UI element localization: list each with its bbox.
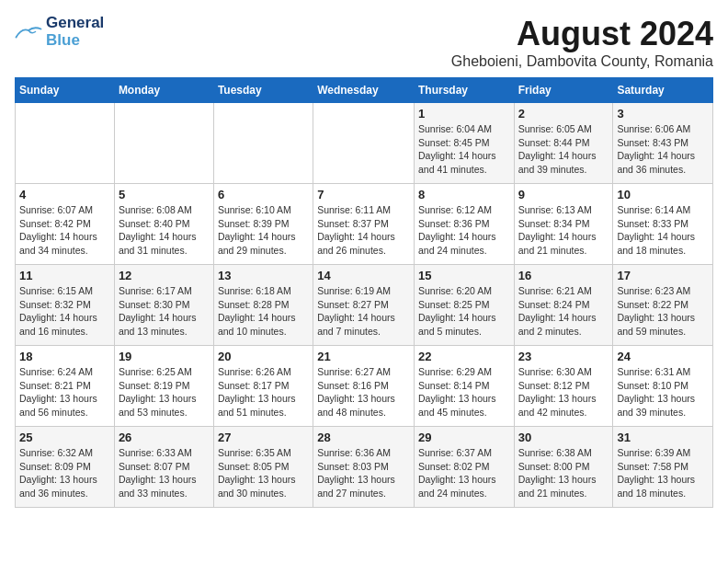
day-number: 10 <box>617 188 709 201</box>
day-number: 30 <box>518 431 609 444</box>
day-info: Sunrise: 6:25 AM Sunset: 8:19 PM Dayligh… <box>119 365 210 419</box>
weekday-header-tuesday: Tuesday <box>213 78 313 103</box>
day-number: 15 <box>418 269 510 282</box>
day-info: Sunrise: 6:30 AM Sunset: 8:12 PM Dayligh… <box>518 365 609 419</box>
calendar-body: 1Sunrise: 6:04 AM Sunset: 8:45 PM Daylig… <box>16 103 713 508</box>
calendar-cell: 25Sunrise: 6:32 AM Sunset: 8:09 PM Dayli… <box>16 427 115 508</box>
calendar-cell: 4Sunrise: 6:07 AM Sunset: 8:42 PM Daylig… <box>16 184 115 265</box>
day-info: Sunrise: 6:32 AM Sunset: 8:09 PM Dayligh… <box>19 446 110 500</box>
calendar-week-4: 18Sunrise: 6:24 AM Sunset: 8:21 PM Dayli… <box>16 346 713 427</box>
day-info: Sunrise: 6:13 AM Sunset: 8:34 PM Dayligh… <box>518 203 609 258</box>
calendar-cell: 13Sunrise: 6:18 AM Sunset: 8:28 PM Dayli… <box>213 265 313 346</box>
calendar-cell: 14Sunrise: 6:19 AM Sunset: 8:27 PM Dayli… <box>313 265 415 346</box>
calendar-week-1: 1Sunrise: 6:04 AM Sunset: 8:45 PM Daylig… <box>16 103 713 184</box>
day-number: 27 <box>218 431 309 444</box>
subtitle: Gheboieni, Dambovita County, Romania <box>451 53 713 70</box>
calendar-cell: 12Sunrise: 6:17 AM Sunset: 8:30 PM Dayli… <box>114 265 213 346</box>
day-number: 7 <box>317 188 410 201</box>
weekday-header-friday: Friday <box>514 78 613 103</box>
calendar-cell: 15Sunrise: 6:20 AM Sunset: 8:25 PM Dayli… <box>414 265 514 346</box>
day-number: 5 <box>119 188 210 201</box>
calendar-week-3: 11Sunrise: 6:15 AM Sunset: 8:32 PM Dayli… <box>16 265 713 346</box>
calendar-cell: 18Sunrise: 6:24 AM Sunset: 8:21 PM Dayli… <box>16 346 115 427</box>
day-number: 23 <box>518 350 609 363</box>
logo: General Blue <box>15 15 104 49</box>
calendar-cell: 30Sunrise: 6:38 AM Sunset: 8:00 PM Dayli… <box>514 427 613 508</box>
day-info: Sunrise: 6:08 AM Sunset: 8:40 PM Dayligh… <box>119 203 210 258</box>
title-area: August 2024 Gheboieni, Dambovita County,… <box>451 15 713 70</box>
calendar-cell: 7Sunrise: 6:11 AM Sunset: 8:37 PM Daylig… <box>313 184 415 265</box>
day-info: Sunrise: 6:23 AM Sunset: 8:22 PM Dayligh… <box>617 284 709 339</box>
day-number: 14 <box>317 269 410 282</box>
day-number: 29 <box>418 431 510 444</box>
calendar-cell <box>213 103 313 184</box>
calendar-cell: 23Sunrise: 6:30 AM Sunset: 8:12 PM Dayli… <box>514 346 613 427</box>
day-number: 11 <box>19 269 110 282</box>
day-info: Sunrise: 6:37 AM Sunset: 8:02 PM Dayligh… <box>418 446 510 500</box>
calendar-cell: 16Sunrise: 6:21 AM Sunset: 8:24 PM Dayli… <box>514 265 613 346</box>
logo-text-blue: Blue <box>46 32 104 50</box>
calendar-cell: 28Sunrise: 6:36 AM Sunset: 8:03 PM Dayli… <box>313 427 415 508</box>
day-info: Sunrise: 6:15 AM Sunset: 8:32 PM Dayligh… <box>19 284 110 339</box>
calendar-cell: 19Sunrise: 6:25 AM Sunset: 8:19 PM Dayli… <box>114 346 213 427</box>
day-number: 3 <box>617 107 709 121</box>
calendar-week-2: 4Sunrise: 6:07 AM Sunset: 8:42 PM Daylig… <box>16 184 713 265</box>
day-info: Sunrise: 6:24 AM Sunset: 8:21 PM Dayligh… <box>19 365 110 419</box>
day-number: 6 <box>218 188 309 201</box>
weekday-header-thursday: Thursday <box>414 78 514 103</box>
day-info: Sunrise: 6:17 AM Sunset: 8:30 PM Dayligh… <box>119 284 210 339</box>
day-number: 17 <box>617 269 709 282</box>
weekday-header-wednesday: Wednesday <box>313 78 415 103</box>
calendar-table: SundayMondayTuesdayWednesdayThursdayFrid… <box>15 77 713 508</box>
calendar-cell: 31Sunrise: 6:39 AM Sunset: 7:58 PM Dayli… <box>613 427 713 508</box>
day-info: Sunrise: 6:39 AM Sunset: 7:58 PM Dayligh… <box>617 446 709 500</box>
calendar-cell: 3Sunrise: 6:06 AM Sunset: 8:43 PM Daylig… <box>613 103 713 184</box>
calendar-header: SundayMondayTuesdayWednesdayThursdayFrid… <box>16 78 713 103</box>
day-info: Sunrise: 6:26 AM Sunset: 8:17 PM Dayligh… <box>218 365 309 419</box>
day-number: 16 <box>518 269 609 282</box>
weekday-header-monday: Monday <box>114 78 213 103</box>
day-number: 13 <box>218 269 309 282</box>
day-info: Sunrise: 6:12 AM Sunset: 8:36 PM Dayligh… <box>418 203 510 258</box>
calendar-cell: 5Sunrise: 6:08 AM Sunset: 8:40 PM Daylig… <box>114 184 213 265</box>
day-info: Sunrise: 6:18 AM Sunset: 8:28 PM Dayligh… <box>218 284 309 339</box>
day-info: Sunrise: 6:29 AM Sunset: 8:14 PM Dayligh… <box>418 365 510 419</box>
day-info: Sunrise: 6:27 AM Sunset: 8:16 PM Dayligh… <box>317 365 410 419</box>
calendar-cell: 20Sunrise: 6:26 AM Sunset: 8:17 PM Dayli… <box>213 346 313 427</box>
day-number: 12 <box>119 269 210 282</box>
day-number: 25 <box>19 431 110 444</box>
calendar-cell <box>16 103 115 184</box>
calendar-cell: 6Sunrise: 6:10 AM Sunset: 8:39 PM Daylig… <box>213 184 313 265</box>
day-number: 31 <box>617 431 709 444</box>
day-number: 22 <box>418 350 510 363</box>
day-info: Sunrise: 6:10 AM Sunset: 8:39 PM Dayligh… <box>218 203 309 258</box>
main-title: August 2024 <box>451 15 713 53</box>
day-info: Sunrise: 6:07 AM Sunset: 8:42 PM Dayligh… <box>19 203 110 258</box>
calendar-cell <box>313 103 415 184</box>
calendar-cell <box>114 103 213 184</box>
day-number: 8 <box>418 188 510 201</box>
day-number: 21 <box>317 350 410 363</box>
day-number: 26 <box>119 431 210 444</box>
day-info: Sunrise: 6:11 AM Sunset: 8:37 PM Dayligh… <box>317 203 410 258</box>
page-header: General Blue August 2024 Gheboieni, Damb… <box>15 15 713 70</box>
day-info: Sunrise: 6:14 AM Sunset: 8:33 PM Dayligh… <box>617 203 709 258</box>
calendar-cell: 8Sunrise: 6:12 AM Sunset: 8:36 PM Daylig… <box>414 184 514 265</box>
calendar-cell: 29Sunrise: 6:37 AM Sunset: 8:02 PM Dayli… <box>414 427 514 508</box>
logo-icon <box>15 25 42 41</box>
day-number: 20 <box>218 350 309 363</box>
day-number: 4 <box>19 188 110 201</box>
calendar-cell: 22Sunrise: 6:29 AM Sunset: 8:14 PM Dayli… <box>414 346 514 427</box>
calendar-cell: 2Sunrise: 6:05 AM Sunset: 8:44 PM Daylig… <box>514 103 613 184</box>
calendar-cell: 10Sunrise: 6:14 AM Sunset: 8:33 PM Dayli… <box>613 184 713 265</box>
logo-text-general: General <box>46 15 104 32</box>
calendar-cell: 9Sunrise: 6:13 AM Sunset: 8:34 PM Daylig… <box>514 184 613 265</box>
day-number: 1 <box>418 107 510 121</box>
day-info: Sunrise: 6:20 AM Sunset: 8:25 PM Dayligh… <box>418 284 510 339</box>
calendar-cell: 24Sunrise: 6:31 AM Sunset: 8:10 PM Dayli… <box>613 346 713 427</box>
day-info: Sunrise: 6:05 AM Sunset: 8:44 PM Dayligh… <box>518 122 609 177</box>
day-info: Sunrise: 6:19 AM Sunset: 8:27 PM Dayligh… <box>317 284 410 339</box>
day-info: Sunrise: 6:31 AM Sunset: 8:10 PM Dayligh… <box>617 365 709 419</box>
calendar-cell: 27Sunrise: 6:35 AM Sunset: 8:05 PM Dayli… <box>213 427 313 508</box>
day-number: 18 <box>19 350 110 363</box>
